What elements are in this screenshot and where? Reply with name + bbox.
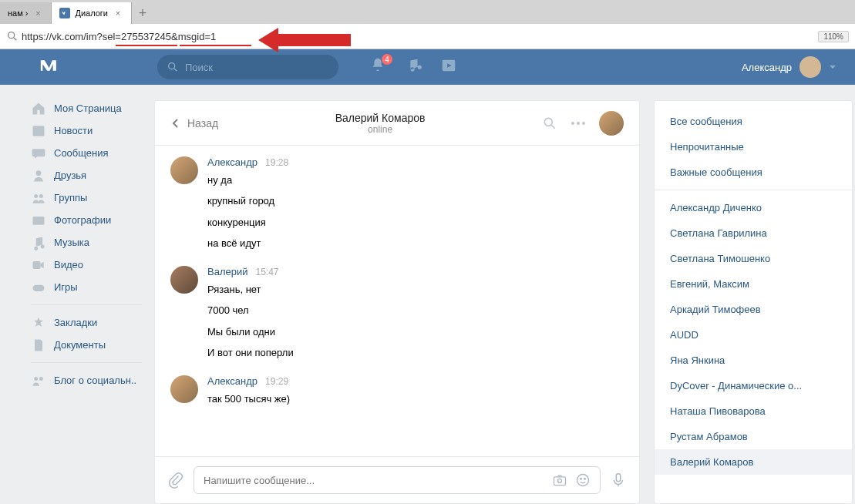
contact-item[interactable]: AUDD (655, 322, 852, 348)
contact-item[interactable]: Светлана Тимошенко (655, 246, 852, 271)
new-tab-button[interactable]: + (132, 2, 153, 24)
message-text: так 500 тысяч же) (207, 388, 624, 409)
avatar (799, 56, 821, 78)
video-button[interactable] (440, 57, 457, 77)
search-icon[interactable] (542, 116, 557, 131)
music-icon (405, 57, 422, 74)
svg-rect-31 (616, 474, 621, 482)
svg-rect-26 (554, 477, 566, 486)
dialog-actions (542, 111, 624, 136)
annotation-arrow (258, 26, 351, 54)
more-icon[interactable] (571, 122, 585, 125)
message-text: ну да крупный город конкуренция на всё и… (207, 170, 624, 254)
message-composer (155, 456, 639, 503)
url-bar: 110% (0, 24, 855, 49)
contact-item[interactable]: Аркадий Тимофеев (655, 297, 852, 322)
contact-item[interactable]: DyCover - Динамические о... (655, 373, 852, 398)
nav-groups[interactable]: Группы (31, 186, 154, 209)
doc-icon (31, 338, 46, 353)
message-author[interactable]: Александр (207, 156, 258, 168)
nav-blog[interactable]: Блог о социальн.. (31, 369, 154, 391)
contact-item[interactable]: Евгений, Максим (655, 271, 852, 297)
user-menu[interactable]: Александр (742, 56, 836, 78)
nav-label: Закладки (54, 317, 97, 328)
nav-music[interactable]: Музыка (31, 231, 154, 254)
svg-point-18 (41, 287, 42, 288)
svg-point-10 (34, 194, 38, 198)
contact-item[interactable]: Валерий Комаров (655, 449, 852, 475)
url-input[interactable] (22, 31, 815, 42)
messages-list: Александр 19:28 ну да крупный город конк… (155, 146, 639, 456)
vk-logo[interactable] (39, 58, 65, 76)
nav-news[interactable]: Новости (31, 119, 154, 142)
message-body: Александр 19:29 так 500 тысяч же) (207, 375, 624, 409)
close-icon[interactable]: × (113, 8, 123, 18)
dialog-status: online (218, 124, 542, 135)
svg-marker-2 (258, 28, 351, 52)
nav-bookmark[interactable]: Закладки (31, 311, 154, 334)
svg-point-22 (34, 377, 38, 381)
contact-item[interactable]: Наташа Пивоварова (655, 398, 852, 424)
nav-video[interactable]: Видео (31, 254, 154, 276)
news-icon (31, 123, 46, 139)
search-input[interactable] (185, 62, 329, 73)
nav-home[interactable]: Моя Страница (31, 97, 154, 119)
nav-messages[interactable]: Сообщения (31, 142, 154, 164)
browser-tab[interactable]: нам › × (0, 2, 52, 24)
filter-item[interactable]: Непрочитанные (655, 134, 852, 160)
svg-rect-15 (33, 284, 45, 291)
composer-input-wrap[interactable] (194, 466, 601, 494)
svg-point-3 (169, 63, 175, 69)
avatar[interactable] (170, 375, 198, 403)
contact-item[interactable]: Светлана Гаврилина (655, 220, 852, 246)
notifications-button[interactable]: 4 (369, 57, 386, 77)
svg-point-9 (36, 170, 42, 176)
avatar[interactable] (170, 266, 198, 294)
contact-item[interactable]: Александр Диченко (655, 195, 852, 220)
avatar[interactable] (599, 111, 624, 136)
nav-photos[interactable]: Фотографии (31, 209, 154, 231)
photos-icon (31, 213, 46, 228)
back-button[interactable]: Назад (170, 117, 218, 129)
nav-label: Группы (54, 192, 87, 203)
browser-tab-strip: нам › × Диалоги × + (0, 0, 855, 24)
mic-icon[interactable] (610, 472, 627, 489)
camera-icon[interactable] (552, 472, 567, 488)
message-author[interactable]: Александр (207, 375, 258, 387)
close-icon[interactable]: × (32, 8, 43, 18)
filter-item[interactable]: Важные сообщения (655, 160, 852, 185)
contact-item[interactable]: Яна Янкина (655, 348, 852, 373)
nav-label: Документы (54, 339, 106, 351)
notification-badge: 4 (382, 54, 392, 65)
svg-point-23 (39, 377, 43, 381)
avatar[interactable] (170, 156, 198, 184)
nav-friends[interactable]: Друзья (31, 164, 154, 186)
emoji-icon[interactable] (575, 472, 591, 488)
search-icon (167, 61, 179, 73)
zoom-indicator[interactable]: 110% (818, 31, 849, 42)
svg-point-27 (558, 479, 562, 482)
nav-label: Игры (54, 281, 78, 293)
music-button[interactable] (405, 57, 422, 77)
filter-item[interactable]: Все сообщения (655, 109, 852, 134)
composer-input[interactable] (204, 475, 544, 486)
svg-rect-14 (33, 261, 41, 269)
message: Александр 19:28 ну да крупный город конк… (170, 156, 624, 254)
contact-item[interactable]: Рустам Абрамов (655, 424, 852, 449)
svg-point-28 (577, 475, 589, 486)
vk-tab-icon (59, 8, 70, 18)
attach-icon[interactable] (167, 472, 184, 489)
message-time: 15:47 (255, 267, 278, 277)
nav-label: Видео (54, 259, 83, 270)
play-icon (440, 57, 457, 74)
browser-tab[interactable]: Диалоги × (52, 2, 132, 24)
separator (655, 190, 852, 190)
nav-doc[interactable]: Документы (31, 334, 154, 356)
nav-games[interactable]: Игры (31, 276, 154, 298)
dialog-title-box: Валерий Комаров online (218, 112, 542, 135)
header-search[interactable] (157, 55, 338, 79)
dialog-title[interactable]: Валерий Комаров (218, 112, 542, 124)
message-author[interactable]: Валерий (207, 266, 247, 277)
annotation-underline (116, 45, 177, 46)
dialog-header: Назад Валерий Комаров online (155, 101, 639, 146)
